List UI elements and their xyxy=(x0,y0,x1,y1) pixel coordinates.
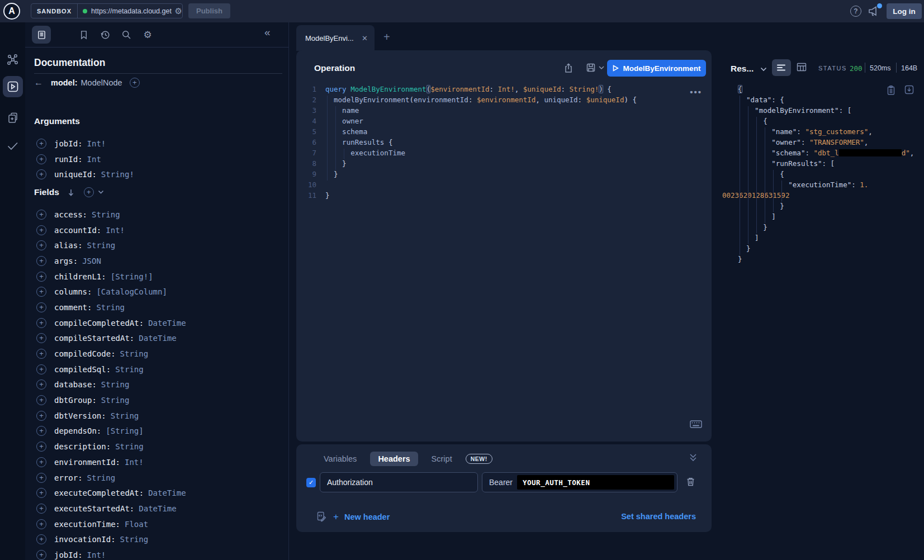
pretty-view-icon[interactable] xyxy=(772,59,791,76)
doc-field-row[interactable]: +executeStartedAt:DateTime xyxy=(25,501,288,516)
doc-field-row[interactable]: +dependsOn:[String] xyxy=(25,424,288,439)
add-to-query-icon[interactable]: + xyxy=(36,550,46,560)
add-to-query-icon[interactable]: + xyxy=(36,534,46,544)
doc-field-row[interactable]: +jobId:Int! xyxy=(25,547,288,560)
breadcrumb-type[interactable]: ModelNode xyxy=(81,78,122,87)
doc-field-row[interactable]: +dbtGroup:String xyxy=(25,392,288,408)
environment-variables-icon[interactable] xyxy=(316,511,326,522)
doc-field-row[interactable]: +executionTime:Float xyxy=(25,516,288,532)
announcements-icon[interactable] xyxy=(868,5,881,17)
doc-field-row[interactable]: +database:String xyxy=(25,377,288,393)
doc-field-row[interactable]: +runId:Int xyxy=(25,151,288,167)
add-to-query-icon[interactable]: + xyxy=(36,139,46,149)
sort-descending-icon[interactable] xyxy=(67,188,75,197)
add-to-query-icon[interactable]: + xyxy=(36,411,46,421)
back-arrow-icon[interactable]: ← xyxy=(34,78,51,88)
add-to-query-icon[interactable]: + xyxy=(36,519,46,529)
add-to-query-icon[interactable]: + xyxy=(36,473,46,483)
doc-field-row[interactable]: +access:String xyxy=(25,207,288,222)
doc-field-row[interactable]: +compileCompletedAt:DateTime xyxy=(25,315,288,331)
doc-field-row[interactable]: +compileStartedAt:DateTime xyxy=(25,331,288,347)
settings-tab-icon[interactable]: ⚙ xyxy=(138,26,157,44)
new-header-button[interactable]: + New header xyxy=(333,511,390,523)
doc-field-row[interactable]: +executeCompletedAt:DateTime xyxy=(25,485,288,501)
doc-field-row[interactable]: +accountId:Int! xyxy=(25,222,288,238)
doc-field-row[interactable]: +description:String xyxy=(25,439,288,454)
doc-field-row[interactable]: +invocationId:String xyxy=(25,531,288,547)
add-to-query-icon[interactable]: + xyxy=(36,240,46,250)
doc-field-row[interactable]: +jobId:Int! xyxy=(25,136,288,151)
tab-variables[interactable]: Variables xyxy=(316,452,364,466)
publish-button[interactable]: Publish xyxy=(188,3,230,18)
editor-more-options-icon[interactable]: ••• xyxy=(690,87,702,97)
add-to-query-icon[interactable]: + xyxy=(36,256,46,266)
collapse-panel-icon[interactable]: « xyxy=(264,26,271,39)
add-to-query-icon[interactable]: + xyxy=(36,272,46,282)
login-button[interactable]: Log in xyxy=(887,3,922,19)
help-icon[interactable]: ? xyxy=(850,6,861,17)
add-to-query-icon[interactable]: + xyxy=(36,287,46,297)
operation-tab[interactable]: ModelByEnvi... ✕ xyxy=(296,25,375,51)
add-to-query-icon[interactable]: + xyxy=(36,349,46,359)
endpoint-settings-gear-icon[interactable]: ⚙ xyxy=(175,6,182,16)
search-tab-icon[interactable] xyxy=(117,26,136,44)
set-shared-headers-link[interactable]: Set shared headers xyxy=(621,512,696,521)
doc-field-row[interactable]: +environmentId:Int! xyxy=(25,454,288,470)
doc-field-row[interactable]: +compiledSql:String xyxy=(25,362,288,377)
schema-icon[interactable] xyxy=(0,54,25,66)
share-operation-icon[interactable] xyxy=(563,63,574,73)
doc-field-row[interactable]: +args:JSON xyxy=(25,253,288,269)
add-to-query-icon[interactable]: + xyxy=(36,395,46,405)
explorer-icon[interactable] xyxy=(0,80,25,93)
add-to-query-icon[interactable]: + xyxy=(36,169,46,179)
add-to-query-icon[interactable]: + xyxy=(36,364,46,374)
doc-field-row[interactable]: +comment:String xyxy=(25,300,288,315)
tab-script[interactable]: Script xyxy=(424,452,460,466)
doc-field-row[interactable]: +alias:String xyxy=(25,238,288,253)
field-type: String xyxy=(101,380,130,389)
history-tab-icon[interactable] xyxy=(96,26,115,44)
delete-header-trash-icon[interactable] xyxy=(686,477,695,487)
bookmarks-tab-icon[interactable] xyxy=(74,26,93,44)
doc-field-row[interactable]: +compiledCode:String xyxy=(25,346,288,362)
header-key-input[interactable] xyxy=(320,472,478,492)
add-to-query-icon[interactable]: + xyxy=(36,225,46,235)
header-value-field[interactable]: Bearer YOUR_AUTH_TOKEN xyxy=(482,472,677,492)
operation-collections-icon[interactable] xyxy=(0,112,25,124)
add-to-query-icon[interactable]: + xyxy=(36,457,46,467)
add-to-query-icon[interactable]: + xyxy=(36,426,46,436)
add-to-query-icon[interactable]: + xyxy=(36,210,46,220)
add-to-query-icon[interactable]: + xyxy=(36,154,46,164)
chevron-down-icon[interactable] xyxy=(98,190,104,194)
add-all-fields-icon[interactable]: + xyxy=(130,78,140,88)
doc-field-row[interactable]: +error:String xyxy=(25,470,288,486)
doc-field-row[interactable]: +dbtVersion:String xyxy=(25,408,288,424)
table-view-icon[interactable] xyxy=(797,63,807,72)
add-fields-icon[interactable]: + xyxy=(84,187,94,197)
tab-headers[interactable]: Headers xyxy=(370,452,418,466)
add-to-query-icon[interactable]: + xyxy=(36,333,46,343)
add-to-query-icon[interactable]: + xyxy=(36,504,46,514)
save-menu-chevron-icon[interactable] xyxy=(599,66,604,70)
new-tab-icon[interactable]: + xyxy=(383,31,390,44)
doc-field-row[interactable]: +childrenL1:[String!] xyxy=(25,269,288,284)
response-title-chevron-icon[interactable] xyxy=(760,67,767,72)
documentation-tab-icon[interactable] xyxy=(32,26,51,44)
add-to-query-icon[interactable]: + xyxy=(36,379,46,390)
checklist-icon[interactable] xyxy=(0,140,25,152)
apollo-logo[interactable]: A xyxy=(3,3,20,20)
close-tab-icon[interactable]: ✕ xyxy=(362,34,368,42)
auth-token-input[interactable]: YOUR_AUTH_TOKEN xyxy=(517,475,674,490)
add-to-query-icon[interactable]: + xyxy=(36,488,46,498)
add-to-query-icon[interactable]: + xyxy=(36,442,46,452)
save-operation-icon[interactable] xyxy=(586,63,596,73)
endpoint-url-input[interactable]: https://metadata.cloud.get xyxy=(91,7,174,15)
add-to-query-icon[interactable]: + xyxy=(36,302,46,312)
header-enabled-checkbox[interactable]: ✓ xyxy=(306,478,316,487)
run-operation-button[interactable]: ModelByEnvironment xyxy=(607,60,706,77)
add-to-query-icon[interactable]: + xyxy=(36,318,46,328)
doc-field-row[interactable]: +uniqueId:String! xyxy=(25,167,288,182)
doc-field-row[interactable]: +columns:[CatalogColumn] xyxy=(25,284,288,300)
keyboard-shortcuts-icon[interactable] xyxy=(690,420,702,428)
collapse-panel-double-chevron-icon[interactable] xyxy=(689,453,697,462)
